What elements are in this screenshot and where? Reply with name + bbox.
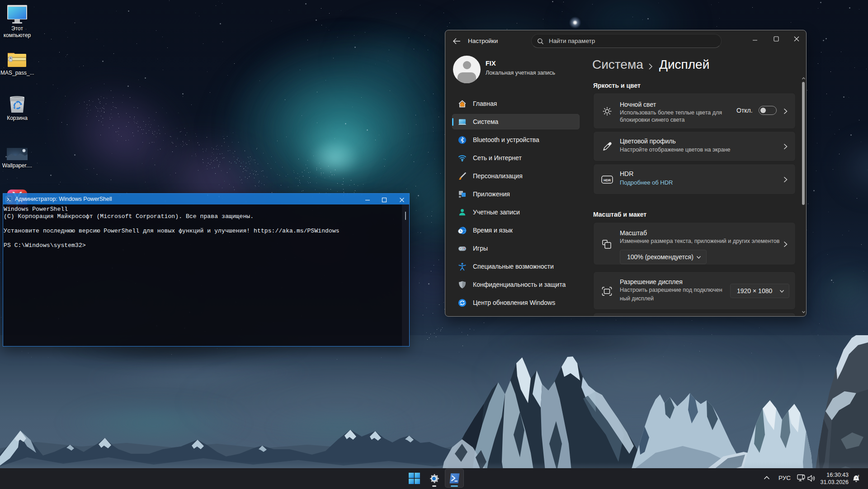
- svg-text:HDR: HDR: [604, 178, 611, 182]
- svg-text:z: z: [858, 474, 859, 477]
